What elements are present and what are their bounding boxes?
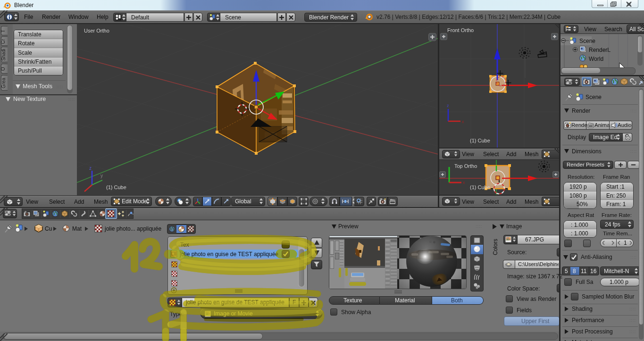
svg-text:y: y — [100, 173, 103, 178]
svg-text:x: x — [463, 180, 465, 185]
svg-text:z: z — [89, 166, 92, 171]
svg-text:x: x — [462, 119, 464, 124]
svg-text:z: z — [447, 103, 449, 108]
